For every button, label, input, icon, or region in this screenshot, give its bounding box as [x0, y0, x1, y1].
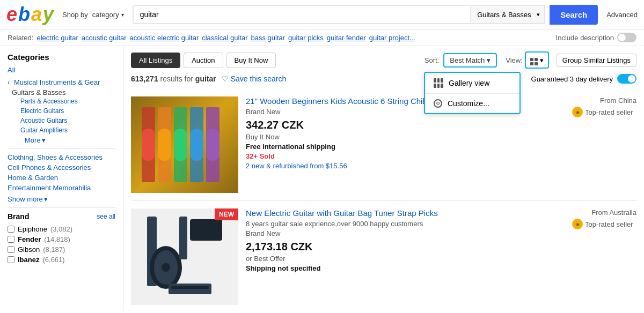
- guitar-svg-2: [136, 214, 233, 300]
- sidebar-item-electric[interactable]: Electric Guitars: [20, 106, 115, 116]
- toolbar: All Listings Auction Buy It Now Sort: Be…: [131, 51, 636, 69]
- brand-fender-name: Fender: [18, 235, 41, 243]
- product-meta-1: From China ★ Top-rated seller: [572, 96, 636, 193]
- brand-checkbox-fender[interactable]: [8, 236, 14, 243]
- grid-icon: [530, 55, 538, 65]
- best-match-button[interactable]: Best Match ▾: [443, 53, 497, 68]
- show-more-label: Show more: [8, 195, 43, 203]
- svg-rect-7: [190, 129, 203, 161]
- category-label: category: [92, 11, 119, 19]
- sidebar-guitars-basses-label: Guitars & Basses: [12, 88, 65, 96]
- logo-a: a: [31, 3, 42, 26]
- view-dropdown-popup: Gallery view ⚙ Customize...: [424, 72, 521, 114]
- sidebar-item-amplifiers[interactable]: Guitar Amplifiers: [20, 125, 115, 135]
- brand-checkbox-ibanez[interactable]: [8, 256, 14, 263]
- related-guitar-fender[interactable]: guitar fender: [327, 34, 366, 42]
- product-condition-2: Brand New: [246, 229, 565, 237]
- related-acoustic-guitar[interactable]: acoustic guitar: [82, 34, 127, 42]
- related-label: Related:: [8, 34, 33, 42]
- sidebar-cell-phones[interactable]: Cell Phones & Accessories: [8, 163, 115, 172]
- auction-tab[interactable]: Auction: [184, 53, 223, 68]
- top-rated-label-1: Top-rated seller: [585, 108, 633, 116]
- related-bass-guitar[interactable]: bass guitar: [251, 34, 285, 42]
- related-guitar-project[interactable]: guitar project...: [369, 34, 415, 42]
- logo-e: e: [6, 3, 17, 26]
- group-similar-button[interactable]: Group Similar Listings: [557, 54, 636, 67]
- sidebar-item-acoustic[interactable]: Acoustic Guitars: [20, 116, 115, 125]
- show-more-categories[interactable]: Show more ▾: [8, 195, 115, 203]
- product-subtitle-2: 8 years guitar sale exprience,over 9000 …: [246, 220, 565, 228]
- product-refurb-1[interactable]: 2 new & refurbished from $15.56: [246, 162, 565, 170]
- product-info-2: New Electric Guitar with Guitar Bag Tune…: [246, 208, 565, 305]
- results-row: 613,271 results for guitar ♡ Save this s…: [131, 74, 636, 84]
- sidebar-musical-instruments[interactable]: ‹ Musical Instruments & Gear: [8, 78, 115, 86]
- customize-item[interactable]: ⚙ Customize...: [425, 94, 519, 113]
- include-description: Include description: [556, 33, 636, 42]
- brand-fender-count: (14,818): [44, 235, 70, 243]
- svg-rect-17: [190, 219, 222, 241]
- sidebar-guitars-basses: Guitars & Basses Parts & Accessories Ele…: [8, 88, 115, 144]
- view-button[interactable]: ▾: [525, 51, 549, 69]
- search-input[interactable]: [134, 6, 470, 23]
- brand-divider: [8, 207, 115, 208]
- category-select[interactable]: Guitars & Basses All Categories: [471, 6, 544, 23]
- brand-item-epiphone[interactable]: Epiphone (3,082): [8, 224, 115, 234]
- sidebar-more-link[interactable]: More ▾: [20, 136, 115, 144]
- sidebar-item-all[interactable]: All: [8, 66, 115, 74]
- related-guitar-picks[interactable]: guitar picks: [288, 34, 324, 42]
- product-top-rated-1: ★ Top-rated seller: [572, 107, 636, 117]
- all-listings-tab[interactable]: All Listings: [131, 53, 180, 68]
- product-buy-type-1: Buy It Now: [246, 133, 565, 141]
- svg-rect-9: [206, 129, 219, 161]
- sidebar-home-garden[interactable]: Home & Garden: [8, 174, 115, 182]
- sort-section: Sort: Best Match ▾ View:: [425, 51, 636, 69]
- content-area: All Listings Auction Buy It Now Sort: Be…: [123, 46, 644, 311]
- brand-item-fender[interactable]: Fender (14,818): [8, 234, 115, 244]
- sidebar-entertainment[interactable]: Entertainment Memorabilia: [8, 184, 115, 192]
- show-more-chevron-icon: ▾: [44, 195, 48, 203]
- sort-label: Sort:: [425, 56, 439, 64]
- save-search-button[interactable]: ♡ Save this search: [222, 74, 287, 83]
- product-item-1: 21" Wooden Beginners Kids Acoustic 6 Str…: [131, 89, 636, 201]
- include-desc-label: Include description: [556, 34, 614, 42]
- shop-by-chevron-icon: ▾: [121, 12, 124, 18]
- sidebar-clothing[interactable]: Clothing, Shoes & Accessories: [8, 153, 115, 161]
- include-desc-toggle[interactable]: [617, 33, 636, 42]
- results-text: results for: [160, 74, 193, 83]
- brand-item-gibson[interactable]: Gibson (8,187): [8, 244, 115, 255]
- product-top-rated-2: ★ Top-rated seller: [572, 219, 636, 229]
- related-classical-guitar[interactable]: classical guitar: [202, 34, 247, 42]
- brand-checkbox-gibson[interactable]: [8, 246, 14, 253]
- brand-checkbox-epiphone[interactable]: [8, 226, 14, 233]
- svg-rect-3: [158, 129, 171, 161]
- customize-label: Customize...: [448, 99, 489, 108]
- sidebar-item-parts[interactable]: Parts & Accessories: [20, 96, 115, 106]
- brand-see-all[interactable]: see all: [97, 213, 115, 220]
- category-divider: [8, 148, 115, 149]
- advanced-link[interactable]: Advanced: [602, 11, 638, 19]
- ebay-logo: e b a y: [6, 3, 54, 26]
- gallery-view-item[interactable]: Gallery view: [425, 73, 519, 93]
- brand-item-ibanez[interactable]: Ibanez (6,661): [8, 255, 115, 265]
- related-electric-guitar[interactable]: electric guitar: [36, 34, 78, 42]
- sidebar-more-label: More: [25, 136, 41, 144]
- logo-b: b: [18, 3, 30, 26]
- results-query: guitar: [195, 74, 216, 83]
- top-rated-badge-icon-2: ★: [572, 219, 583, 229]
- related-acoustic-electric-guitar[interactable]: acoustic electric guitar: [130, 34, 199, 42]
- product-title-2[interactable]: New Electric Guitar with Guitar Bag Tune…: [246, 208, 565, 218]
- gallery-icon: [434, 78, 443, 88]
- svg-rect-15: [171, 286, 209, 289]
- brand-label: Brand: [8, 212, 29, 221]
- guaranteed-toggle[interactable]: [617, 74, 636, 84]
- search-button[interactable]: Search: [550, 5, 598, 25]
- header: e b a y Shop by category ▾ Guitars & Bas…: [0, 0, 644, 29]
- product-buy-type-2: or Best Offer: [246, 255, 565, 263]
- sidebar-sub-items: Parts & Accessories Electric Guitars Aco…: [12, 96, 115, 144]
- back-arrow-icon: ‹: [8, 78, 10, 86]
- product-price-2: 2,173.18 CZK: [246, 241, 565, 253]
- buy-it-now-tab[interactable]: Buy It Now: [226, 53, 276, 68]
- top-rated-label-2: Top-rated seller: [585, 220, 633, 228]
- brand-ibanez-count: (6,661): [42, 256, 64, 264]
- shop-by-category[interactable]: Shop by category ▾: [58, 11, 128, 19]
